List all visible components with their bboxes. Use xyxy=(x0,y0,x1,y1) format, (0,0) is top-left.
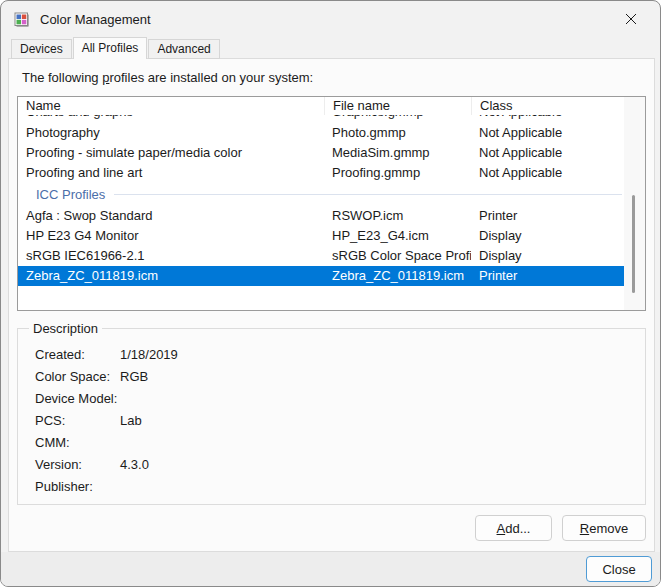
cell-file-name: Graphics.gmmp xyxy=(324,115,471,122)
list-item-zebra-selected[interactable]: Zebra_ZC_011819.icm Zebra_ZC_011819.icm … xyxy=(18,266,624,286)
cell-class: Display xyxy=(471,246,645,266)
profile-actions: Add... Remove xyxy=(475,515,646,541)
instruction-text-post: rofiles are installed on your system: xyxy=(109,70,313,85)
column-header-file-name[interactable]: File name xyxy=(324,97,471,115)
tab-all-profiles[interactable]: All Profiles xyxy=(73,37,148,59)
window-close-button[interactable] xyxy=(612,7,650,33)
add-accelerator: A xyxy=(497,521,506,536)
close-button[interactable]: Close xyxy=(586,556,652,582)
field-label: CMM: xyxy=(35,432,120,454)
description-row-cmm: CMM: xyxy=(35,432,635,454)
list-item-hp-e23-monitor[interactable]: HP E23 G4 Monitor HP_E23_G4.icm Display xyxy=(18,226,645,246)
add-button[interactable]: Add... xyxy=(475,515,552,541)
description-row-created: Created: 1/18/2019 xyxy=(35,344,635,366)
cell-class: Printer xyxy=(471,266,624,286)
field-label: Color Space: xyxy=(35,366,120,388)
cell-name: Agfa : Swop Standard xyxy=(18,206,324,226)
color-management-icon xyxy=(14,12,30,28)
group-header-label: ICC Profiles xyxy=(36,187,105,202)
instruction-text-pre: The following xyxy=(22,70,102,85)
field-label: Publisher: xyxy=(35,476,120,498)
window-title: Color Management xyxy=(40,12,151,27)
field-value: Lab xyxy=(120,410,142,432)
column-header-name[interactable]: Name xyxy=(18,97,324,115)
color-management-window: Color Management Devices All Profiles Ad… xyxy=(0,0,661,587)
remove-button[interactable]: Remove xyxy=(562,515,646,541)
cell-class: Not Applicable xyxy=(471,143,645,163)
list-item-photography[interactable]: Photography Photo.gmmp Not Applicable xyxy=(18,123,645,143)
description-row-color-space: Color Space: RGB xyxy=(35,366,635,388)
tab-strip: Devices All Profiles Advanced xyxy=(11,37,221,59)
list-item-partially-scrolled[interactable]: Charts and graphs Graphics.gmmp Not Appl… xyxy=(18,115,645,123)
field-label: Version: xyxy=(35,454,120,476)
field-value: 4.3.0 xyxy=(120,454,149,476)
list-item-srgb[interactable]: sRGB IEC61966-2.1 sRGB Color Space Profi… xyxy=(18,246,645,266)
field-label: Device Model: xyxy=(35,388,120,410)
cell-class: Display xyxy=(471,226,645,246)
group-header-icc-profiles: ICC Profiles xyxy=(18,183,624,206)
close-icon xyxy=(625,13,637,28)
cell-file-name: RSWOP.icm xyxy=(324,206,471,226)
cell-file-name: sRGB Color Space Profile... xyxy=(324,246,471,266)
cell-file-name: HP_E23_G4.icm xyxy=(324,226,471,246)
cell-name: Charts and graphs xyxy=(18,115,324,122)
group-header-rule xyxy=(114,194,622,195)
description-row-version: Version: 4.3.0 xyxy=(35,454,635,476)
bottom-bar: Close xyxy=(1,552,660,586)
description-groupbox: Description Created: 1/18/2019 Color Spa… xyxy=(17,328,646,505)
description-fields: Created: 1/18/2019 Color Space: RGB Devi… xyxy=(35,344,635,498)
field-label: PCS: xyxy=(35,410,120,432)
list-item-proofing-line-art[interactable]: Proofing and line art Proofing.gmmp Not … xyxy=(18,163,645,183)
remove-accelerator: R xyxy=(580,521,589,536)
instruction-label: The following profiles are installed on … xyxy=(22,70,313,85)
cell-name: Zebra_ZC_011819.icm xyxy=(18,266,324,286)
description-row-device-model: Device Model: xyxy=(35,388,635,410)
titlebar: Color Management xyxy=(1,1,660,38)
scrollbar-thumb[interactable] xyxy=(632,195,635,293)
cell-file-name: Photo.gmmp xyxy=(324,123,471,143)
all-profiles-tab-page: The following profiles are installed on … xyxy=(8,58,655,552)
tab-devices[interactable]: Devices xyxy=(11,39,72,59)
field-label: Created: xyxy=(35,344,120,366)
add-label: dd... xyxy=(505,521,530,536)
cell-name: Proofing and line art xyxy=(18,163,324,183)
cell-file-name: MediaSim.gmmp xyxy=(324,143,471,163)
cell-class: Printer xyxy=(471,206,645,226)
cell-file-name: Zebra_ZC_011819.icm xyxy=(324,266,471,286)
field-value: 1/18/2019 xyxy=(120,344,178,366)
cell-class: Not Applicable xyxy=(471,115,645,122)
remove-label: emove xyxy=(589,521,628,536)
list-header: Name File name Class xyxy=(18,97,645,115)
description-row-publisher: Publisher: xyxy=(35,476,635,498)
tab-advanced[interactable]: Advanced xyxy=(148,39,219,59)
cell-name: sRGB IEC61966-2.1 xyxy=(18,246,324,266)
profiles-list[interactable]: Name File name Class Charts and graphs G… xyxy=(17,96,646,311)
description-row-pcs: PCS: Lab xyxy=(35,410,635,432)
cell-class: Not Applicable xyxy=(471,123,645,143)
cell-name: Photography xyxy=(18,123,324,143)
cell-name: Proofing - simulate paper/media color xyxy=(18,143,324,163)
description-groupbox-title: Description xyxy=(29,321,102,336)
list-item-proofing-simulate[interactable]: Proofing - simulate paper/media color Me… xyxy=(18,143,645,163)
cell-name: HP E23 G4 Monitor xyxy=(18,226,324,246)
cell-class: Not Applicable xyxy=(471,163,645,183)
list-item-agfa-swop[interactable]: Agfa : Swop Standard RSWOP.icm Printer xyxy=(18,206,645,226)
list-scrollbar[interactable] xyxy=(624,97,645,310)
field-value: RGB xyxy=(120,366,148,388)
cell-file-name: Proofing.gmmp xyxy=(324,163,471,183)
column-header-class[interactable]: Class xyxy=(471,97,645,115)
